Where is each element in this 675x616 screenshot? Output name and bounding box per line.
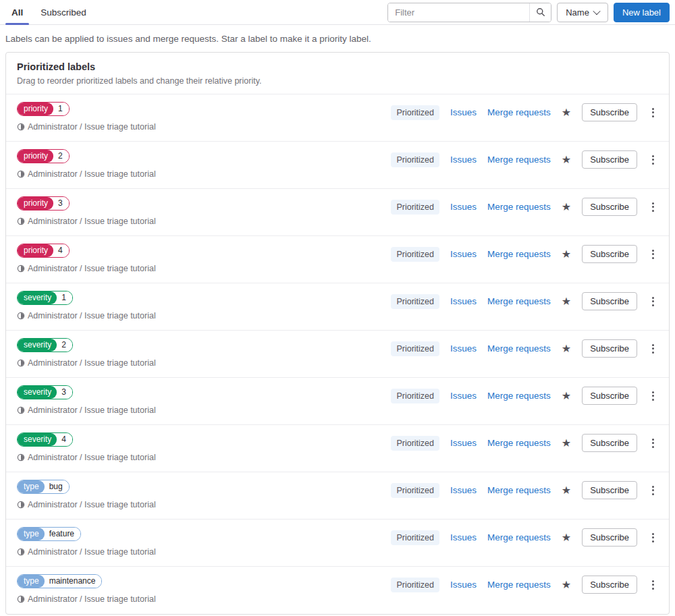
merge-requests-link[interactable]: Merge requests	[487, 580, 551, 590]
row-actions: Prioritized Issues Merge requests ★ Subs…	[391, 576, 658, 594]
scoped-label[interactable]: priority 1	[17, 102, 70, 116]
merge-requests-link[interactable]: Merge requests	[487, 249, 551, 259]
star-icon[interactable]: ★	[562, 155, 571, 165]
issues-link[interactable]: Issues	[450, 249, 477, 259]
row-menu-button[interactable]	[648, 435, 658, 451]
scoped-label[interactable]: severity 1	[17, 291, 73, 305]
issues-link[interactable]: Issues	[450, 391, 477, 401]
subscribe-button[interactable]: Subscribe	[582, 198, 637, 216]
scoped-label[interactable]: severity 4	[17, 432, 73, 447]
star-icon[interactable]: ★	[562, 296, 571, 307]
subscribe-button-label: Subscribe	[590, 438, 629, 448]
search-button[interactable]	[529, 3, 551, 22]
row-menu-button[interactable]	[648, 293, 658, 310]
subscribe-button-label: Subscribe	[590, 202, 629, 212]
card-subtitle: Drag to reorder prioritized labels and c…	[17, 76, 658, 86]
issues-link[interactable]: Issues	[450, 438, 477, 448]
issues-link[interactable]: Issues	[450, 580, 477, 590]
subscribe-button[interactable]: Subscribe	[582, 481, 637, 499]
scoped-label-info-icon	[17, 312, 25, 320]
star-icon[interactable]: ★	[562, 249, 571, 260]
scoped-label-info-icon	[17, 595, 25, 603]
vertical-ellipsis-icon	[652, 533, 654, 535]
subscribe-button[interactable]: Subscribe	[582, 150, 637, 169]
row-menu-button[interactable]	[648, 152, 658, 168]
label-info: type bug Administrator / Issue triage tu…	[17, 480, 156, 511]
subscribe-button[interactable]: Subscribe	[582, 576, 637, 594]
scoped-label[interactable]: severity 3	[17, 385, 73, 399]
subscribe-button[interactable]: Subscribe	[582, 528, 637, 547]
merge-requests-link[interactable]: Merge requests	[487, 438, 551, 448]
merge-requests-link[interactable]: Merge requests	[487, 296, 551, 306]
filter-input[interactable]	[388, 3, 529, 22]
label-row: type bug Administrator / Issue triage tu…	[6, 472, 669, 520]
subscribe-button[interactable]: Subscribe	[582, 387, 637, 405]
subscribe-button[interactable]: Subscribe	[582, 434, 637, 452]
prioritized-badge: Prioritized	[391, 200, 439, 215]
merge-requests-link[interactable]: Merge requests	[487, 485, 551, 495]
star-icon[interactable]: ★	[562, 532, 571, 543]
row-menu-button[interactable]	[648, 105, 658, 121]
label-project: Administrator / Issue triage tutorial	[17, 121, 156, 133]
row-actions: Prioritized Issues Merge requests ★ Subs…	[391, 245, 658, 263]
subscribe-button-label: Subscribe	[590, 249, 629, 259]
star-icon[interactable]: ★	[562, 202, 571, 213]
label-info: severity 3 Administrator / Issue triage …	[17, 385, 156, 416]
issues-link[interactable]: Issues	[450, 155, 477, 165]
subscribe-button[interactable]: Subscribe	[582, 292, 637, 310]
scoped-label[interactable]: severity 2	[17, 338, 73, 352]
tab-subscribed[interactable]: Subscribed	[34, 0, 92, 24]
row-menu-button[interactable]	[648, 530, 658, 546]
sort-dropdown-button[interactable]: Name	[557, 3, 608, 22]
scoped-label[interactable]: priority 2	[17, 149, 70, 163]
row-menu-button[interactable]	[648, 577, 658, 593]
issues-link[interactable]: Issues	[450, 485, 477, 495]
row-menu-button[interactable]	[648, 341, 658, 357]
merge-requests-link[interactable]: Merge requests	[487, 107, 551, 117]
row-menu-button[interactable]	[648, 388, 658, 404]
new-label-button[interactable]: New label	[614, 3, 670, 22]
scoped-label-info-icon	[17, 453, 25, 461]
merge-requests-link[interactable]: Merge requests	[487, 343, 551, 354]
label-row: severity 2 Administrator / Issue triage …	[6, 331, 669, 378]
issues-link[interactable]: Issues	[450, 532, 477, 542]
star-icon[interactable]: ★	[562, 438, 571, 449]
vertical-ellipsis-icon	[652, 439, 654, 441]
star-icon[interactable]: ★	[562, 343, 571, 354]
row-menu-button[interactable]	[648, 482, 658, 499]
label-project: Administrator / Issue triage tutorial	[17, 262, 156, 275]
issues-link[interactable]: Issues	[450, 343, 477, 354]
row-actions: Prioritized Issues Merge requests ★ Subs…	[391, 387, 658, 405]
star-icon[interactable]: ★	[562, 391, 571, 401]
scoped-label-scope: severity	[18, 339, 57, 352]
vertical-ellipsis-icon	[652, 580, 654, 582]
scoped-label[interactable]: type maintenance	[17, 574, 102, 588]
subscribe-button[interactable]: Subscribe	[582, 103, 637, 121]
star-icon[interactable]: ★	[562, 580, 571, 590]
label-row: priority 2 Administrator / Issue triage …	[6, 142, 669, 189]
scoped-label[interactable]: type feature	[17, 527, 81, 541]
star-icon[interactable]: ★	[562, 107, 571, 118]
issues-link[interactable]: Issues	[450, 202, 477, 212]
scoped-label[interactable]: type bug	[17, 480, 70, 494]
issues-link[interactable]: Issues	[450, 107, 477, 117]
merge-requests-link[interactable]: Merge requests	[487, 532, 551, 542]
prioritized-badge: Prioritized	[391, 152, 439, 167]
label-info: severity 4 Administrator / Issue triage …	[17, 432, 156, 464]
vertical-ellipsis-icon	[652, 202, 654, 204]
subscribe-button[interactable]: Subscribe	[582, 339, 637, 358]
search-icon	[536, 7, 545, 17]
scoped-label[interactable]: priority 4	[17, 244, 70, 258]
row-menu-button[interactable]	[648, 246, 658, 262]
tab-all[interactable]: All	[5, 0, 29, 24]
subscribe-button[interactable]: Subscribe	[582, 245, 637, 263]
merge-requests-link[interactable]: Merge requests	[487, 391, 551, 401]
merge-requests-link[interactable]: Merge requests	[487, 202, 551, 212]
issues-link[interactable]: Issues	[450, 296, 477, 306]
row-menu-button[interactable]	[648, 199, 658, 215]
merge-requests-link[interactable]: Merge requests	[487, 155, 551, 165]
star-icon[interactable]: ★	[562, 485, 571, 496]
scoped-label-info-icon	[17, 123, 25, 131]
scoped-label[interactable]: priority 3	[17, 196, 70, 211]
label-project: Administrator / Issue triage tutorial	[17, 546, 156, 558]
